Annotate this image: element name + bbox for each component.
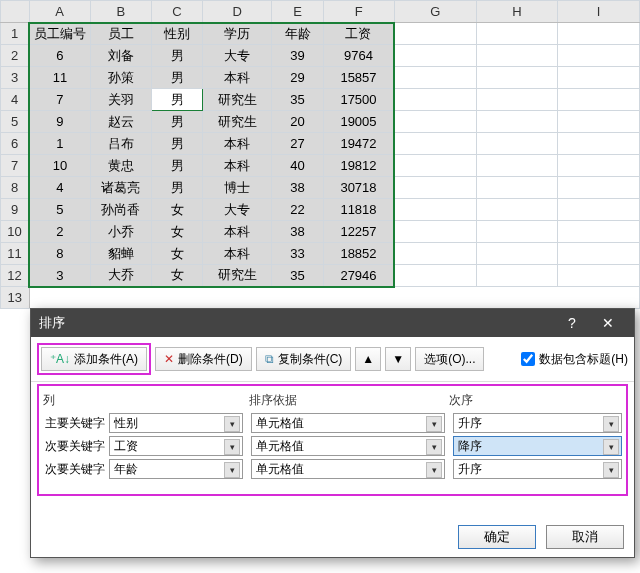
chevron-down-icon: ▾ <box>603 462 619 478</box>
cell[interactable]: 工资 <box>323 23 394 45</box>
col-G[interactable]: G <box>394 1 476 23</box>
table-row: 6 1 吕布 男 本科 27 19472 <box>1 133 640 155</box>
sort-basis-combo[interactable]: 单元格值▾ <box>251 413 445 433</box>
chevron-down-icon: ▾ <box>603 439 619 455</box>
chevron-down-icon: ▾ <box>426 439 442 455</box>
cell[interactable] <box>476 23 558 45</box>
rule-label: 次要关键字 <box>43 438 109 455</box>
add-condition-label: 添加条件(A) <box>74 351 138 368</box>
move-up-button[interactable]: ▲ <box>355 347 381 371</box>
table-row: 2 6 刘备 男 大专 39 9764 <box>1 45 640 67</box>
rule-label: 次要关键字 <box>43 461 109 478</box>
cell[interactable] <box>558 23 640 45</box>
table-row: 10 2 小乔 女 本科 38 12257 <box>1 221 640 243</box>
sort-basis-combo[interactable]: 单元格值▾ <box>251 436 445 456</box>
rule-label: 主要关键字 <box>43 415 109 432</box>
chevron-down-icon: ▾ <box>224 439 240 455</box>
close-button[interactable]: ✕ <box>590 309 626 337</box>
active-cell[interactable]: 男 <box>152 89 203 111</box>
chevron-up-icon: ▲ <box>362 352 374 366</box>
table-row: 5 9 赵云 男 研究生 20 19005 <box>1 111 640 133</box>
col-E[interactable]: E <box>272 1 323 23</box>
col-H[interactable]: H <box>476 1 558 23</box>
cell[interactable]: 员工 <box>90 23 151 45</box>
sort-field-combo[interactable]: 年龄▾ <box>109 459 243 479</box>
copy-condition-label: 复制条件(C) <box>278 351 343 368</box>
add-condition-highlight: ⁺A↓ 添加条件(A) <box>37 343 151 375</box>
dialog-titlebar[interactable]: 排序 ? ✕ <box>31 309 634 337</box>
table-row: 9 5 孙尚香 女 大专 22 11818 <box>1 199 640 221</box>
col-header-basis: 排序依据 <box>249 392 449 409</box>
col-header-order: 次序 <box>449 392 622 409</box>
move-down-button[interactable]: ▼ <box>385 347 411 371</box>
cell[interactable]: 年龄 <box>272 23 323 45</box>
ok-button[interactable]: 确定 <box>458 525 536 549</box>
table-row: 12 3 大乔 女 研究生 35 27946 <box>1 265 640 287</box>
cell[interactable]: 员工编号 <box>29 23 90 45</box>
copy-condition-button[interactable]: ⧉ 复制条件(C) <box>256 347 352 371</box>
chevron-down-icon: ▾ <box>426 462 442 478</box>
col-F[interactable]: F <box>323 1 394 23</box>
table-row: 4 7 关羽 男 研究生 35 17500 <box>1 89 640 111</box>
sort-rule-row: 次要关键字 年龄▾ 单元格值▾ 升序▾ <box>43 459 622 479</box>
dialog-buttons: 确定 取消 <box>458 525 624 549</box>
dialog-title: 排序 <box>39 314 65 332</box>
table-row: 1 员工编号 员工 性别 学历 年龄 工资 <box>1 23 640 45</box>
column-header-row: A B C D E F G H I <box>1 1 640 23</box>
col-header-key: 列 <box>43 392 141 409</box>
col-A[interactable]: A <box>29 1 90 23</box>
chevron-down-icon: ▼ <box>392 352 404 366</box>
rules-header: 列 排序依据 次序 <box>43 390 622 413</box>
options-label: 选项(O)... <box>424 351 475 368</box>
row-hdr[interactable]: 1 <box>1 23 30 45</box>
col-C[interactable]: C <box>152 1 203 23</box>
sort-rule-row: 次要关键字 工资▾ 单元格值▾ 降序▾ <box>43 436 622 456</box>
cancel-button[interactable]: 取消 <box>546 525 624 549</box>
cell[interactable]: 学历 <box>203 23 272 45</box>
col-B[interactable]: B <box>90 1 151 23</box>
table-row: 7 10 黄忠 男 本科 40 19812 <box>1 155 640 177</box>
copy-icon: ⧉ <box>265 352 274 366</box>
header-checkbox-input[interactable] <box>521 352 535 366</box>
table-row: 3 11 孙策 男 本科 29 15857 <box>1 67 640 89</box>
sort-order-combo[interactable]: 降序▾ <box>453 436 622 456</box>
add-sort-icon: ⁺A↓ <box>50 352 70 366</box>
data-has-header-checkbox[interactable]: 数据包含标题(H) <box>521 351 628 368</box>
sort-toolbar: ⁺A↓ 添加条件(A) ✕ 删除条件(D) ⧉ 复制条件(C) ▲ ▼ 选项(O… <box>31 337 634 382</box>
delete-icon: ✕ <box>164 352 174 366</box>
delete-condition-button[interactable]: ✕ 删除条件(D) <box>155 347 252 371</box>
chevron-down-icon: ▾ <box>426 416 442 432</box>
sort-dialog: 排序 ? ✕ ⁺A↓ 添加条件(A) ✕ 删除条件(D) ⧉ 复制条件(C) ▲… <box>30 308 635 558</box>
sort-rules-area: 列 排序依据 次序 主要关键字 性别▾ 单元格值▾ 升序▾ 次要关键字 工资▾ … <box>37 384 628 496</box>
options-button[interactable]: 选项(O)... <box>415 347 484 371</box>
add-condition-button[interactable]: ⁺A↓ 添加条件(A) <box>41 347 147 371</box>
corner-cell[interactable] <box>1 1 30 23</box>
col-D[interactable]: D <box>203 1 272 23</box>
col-I[interactable]: I <box>558 1 640 23</box>
sort-basis-combo[interactable]: 单元格值▾ <box>251 459 445 479</box>
grid[interactable]: A B C D E F G H I 1 员工编号 员工 性别 学历 年龄 工资 … <box>0 0 640 309</box>
sort-field-combo[interactable]: 性别▾ <box>109 413 243 433</box>
sort-field-combo[interactable]: 工资▾ <box>109 436 243 456</box>
sort-order-combo[interactable]: 升序▾ <box>453 413 622 433</box>
chevron-down-icon: ▾ <box>224 416 240 432</box>
spreadsheet: A B C D E F G H I 1 员工编号 员工 性别 学历 年龄 工资 … <box>0 0 640 309</box>
cell[interactable] <box>394 23 476 45</box>
chevron-down-icon: ▾ <box>224 462 240 478</box>
delete-condition-label: 删除条件(D) <box>178 351 243 368</box>
sort-rule-row: 主要关键字 性别▾ 单元格值▾ 升序▾ <box>43 413 622 433</box>
table-row: 11 8 貂蝉 女 本科 33 18852 <box>1 243 640 265</box>
help-button[interactable]: ? <box>554 309 590 337</box>
sort-order-combo[interactable]: 升序▾ <box>453 459 622 479</box>
header-checkbox-label: 数据包含标题(H) <box>539 351 628 368</box>
table-row: 8 4 诸葛亮 男 博士 38 30718 <box>1 177 640 199</box>
cell[interactable]: 性别 <box>152 23 203 45</box>
chevron-down-icon: ▾ <box>603 416 619 432</box>
